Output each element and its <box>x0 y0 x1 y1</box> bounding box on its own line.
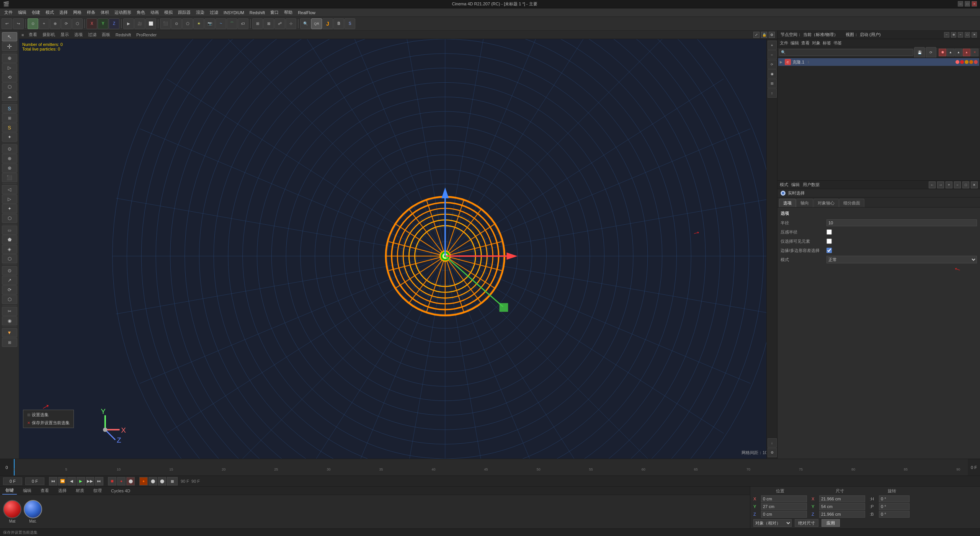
left-tool-3[interactable]: ⟲ <box>2 73 17 82</box>
menu-item-跟踪器[interactable]: 跟踪器 <box>175 9 193 16</box>
apply-button[interactable]: 应用 <box>822 519 840 527</box>
pb-play[interactable]: ▶ <box>77 477 85 485</box>
snap-btn-2[interactable]: ⊠ <box>263 18 274 29</box>
pb-record[interactable]: ● <box>117 477 126 485</box>
om-tags[interactable]: 标签 <box>823 40 831 46</box>
om-file[interactable]: 文件 <box>780 40 788 46</box>
panel-btn-2[interactable]: ⊕ <box>951 32 956 38</box>
attr-userdata[interactable]: 用户数据 <box>803 182 820 188</box>
menu-item-过滤[interactable]: 过滤 <box>207 9 221 16</box>
left-tool-menu[interactable]: ▼ <box>2 328 17 337</box>
x-axis-button[interactable]: X <box>87 18 97 29</box>
pb-next-frame[interactable]: ▶▶ <box>86 477 94 485</box>
vt-view[interactable]: 查看 <box>26 31 39 38</box>
vp-nav-center[interactable]: ◉ <box>768 69 777 78</box>
attr-checkbox-pressure[interactable] <box>826 229 832 235</box>
attr-back-btn[interactable]: ← <box>929 181 936 188</box>
misc-btn-1[interactable]: 🔍 <box>300 18 311 29</box>
om-view[interactable]: 查看 <box>801 40 810 46</box>
panel-btn-3[interactable]: − <box>958 32 963 38</box>
mode-button-2[interactable]: + <box>39 18 49 29</box>
z-size-input[interactable] <box>819 511 865 518</box>
menu-item-渲染[interactable]: 渲染 <box>193 9 207 16</box>
left-tool-x[interactable]: ⊗ <box>2 163 17 173</box>
tag-btn[interactable]: 🏷 <box>238 18 248 29</box>
left-tool-1[interactable]: ⊕ <box>2 54 17 63</box>
b-rot-input[interactable] <box>879 511 910 518</box>
qr-btn[interactable]: QR <box>311 18 322 29</box>
attr-btn-3[interactable]: + <box>946 181 952 188</box>
menu-item-帮助[interactable]: 帮助 <box>281 9 295 16</box>
left-tool-s1[interactable]: S <box>2 104 17 113</box>
left-tool-back[interactable]: ◁ <box>2 185 17 194</box>
attr-btn-4[interactable]: − <box>954 181 961 188</box>
attr-checkbox-edge[interactable] <box>826 248 832 253</box>
x-size-input[interactable] <box>819 495 865 502</box>
left-tool-2[interactable]: ▷ <box>2 63 17 72</box>
camera-btn[interactable]: 📷 <box>204 18 215 29</box>
vt-prorender[interactable]: ProRender <box>134 32 159 38</box>
close-button[interactable]: ✕ <box>972 1 977 7</box>
left-tool-lasso[interactable]: ⊙ <box>2 266 17 275</box>
bt-tab-material[interactable]: 材质 <box>73 487 87 494</box>
vt-panel[interactable]: 面板 <box>100 31 113 38</box>
attr-input-radius[interactable] <box>826 219 977 226</box>
vp-nav-minus[interactable]: − <box>768 50 777 59</box>
3d-viewport[interactable]: X Y Z Number of emitters: 0 Total live p… <box>19 39 777 459</box>
vp-btn-settings[interactable]: ⚙ <box>769 32 775 38</box>
menu-item-体积[interactable]: 体积 <box>98 9 112 16</box>
abs-size-button[interactable]: 绝对尺寸 <box>795 519 818 527</box>
pb-to-start[interactable]: ⏮ <box>49 477 57 485</box>
z-axis-button[interactable]: Z <box>109 18 119 29</box>
p-rot-input[interactable] <box>879 503 910 510</box>
pb-to-end[interactable]: ⏭ <box>95 477 103 485</box>
y-axis-button[interactable]: Y <box>98 18 108 29</box>
mat-ball-2[interactable] <box>24 500 42 518</box>
left-tool-scissors[interactable]: ✂ <box>2 307 17 316</box>
snap-btn-4[interactable]: ⊹ <box>286 18 296 29</box>
om-edit[interactable]: 编辑 <box>791 40 799 46</box>
om-bookmarks[interactable]: 书签 <box>833 40 842 46</box>
attr-tab-subdiv[interactable]: 细分曲面 <box>839 199 864 207</box>
left-tool-sq[interactable]: ⬛ <box>2 173 17 182</box>
cube-btn[interactable]: ⬛ <box>160 18 171 29</box>
mat-ball-1[interactable] <box>3 500 21 518</box>
snap-btn-1[interactable]: ⊞ <box>252 18 263 29</box>
minimize-button[interactable]: ─ <box>958 1 963 7</box>
deform-btn[interactable]: ⌒ <box>227 18 237 29</box>
left-tool-5[interactable]: ☁ <box>2 92 17 101</box>
vp-btn-expand[interactable]: ⤢ <box>753 32 760 38</box>
left-tool-move[interactable]: ✛ <box>2 42 17 51</box>
vp-btn-lock[interactable]: 🔒 <box>761 32 767 38</box>
bt-tab-view[interactable]: 查看 <box>38 487 52 494</box>
y-size-input[interactable] <box>819 503 865 510</box>
s-btn[interactable]: S <box>345 18 355 29</box>
render-btn-3[interactable]: ⬜ <box>145 18 156 29</box>
obj-restore-btn[interactable]: ⟳ <box>926 47 936 58</box>
z-pos-input[interactable] <box>761 511 807 518</box>
panel-btn-5[interactable]: ✕ <box>972 32 977 38</box>
context-item-2[interactable]: ✕ 保存并设置当前选集 <box>24 419 73 427</box>
left-tool-sparkle[interactable]: ✦ <box>2 204 17 213</box>
light-btn[interactable]: ☀ <box>193 18 204 29</box>
render-btn-2[interactable]: 🎥 <box>134 18 145 29</box>
left-tool-rect[interactable]: ▭ <box>2 226 17 235</box>
attr-btn-5[interactable]: □ <box>962 181 969 188</box>
vt-options[interactable]: 选项 <box>72 31 85 38</box>
vp-nav-settings[interactable]: ⚙ <box>768 448 777 457</box>
bt-tab-edit[interactable]: 编辑 <box>20 487 34 494</box>
undo-button[interactable]: ↩ <box>2 18 12 29</box>
attr-tab-pivot[interactable]: 对象轴心 <box>813 199 839 207</box>
left-tool-arrow2[interactable]: ↗ <box>2 276 17 285</box>
left-tool-fwd[interactable]: ▷ <box>2 194 17 204</box>
vt-camera[interactable]: 摄影机 <box>40 31 57 38</box>
sphere-btn[interactable]: ⊙ <box>171 18 182 29</box>
left-tool-hex2[interactable]: ⬡ <box>2 254 17 263</box>
cylinder-btn[interactable]: ⬠ <box>182 18 193 29</box>
mode-button-3[interactable]: ⊕ <box>50 18 60 29</box>
left-tool-ring[interactable]: ◈ <box>2 245 17 254</box>
panel-btn-4[interactable]: □ <box>965 32 970 38</box>
menu-item-运动图形[interactable]: 运动图形 <box>112 9 134 16</box>
attr-tab-options[interactable]: 选项 <box>779 199 796 207</box>
pb-btn-2[interactable]: ⬤ <box>149 477 157 485</box>
